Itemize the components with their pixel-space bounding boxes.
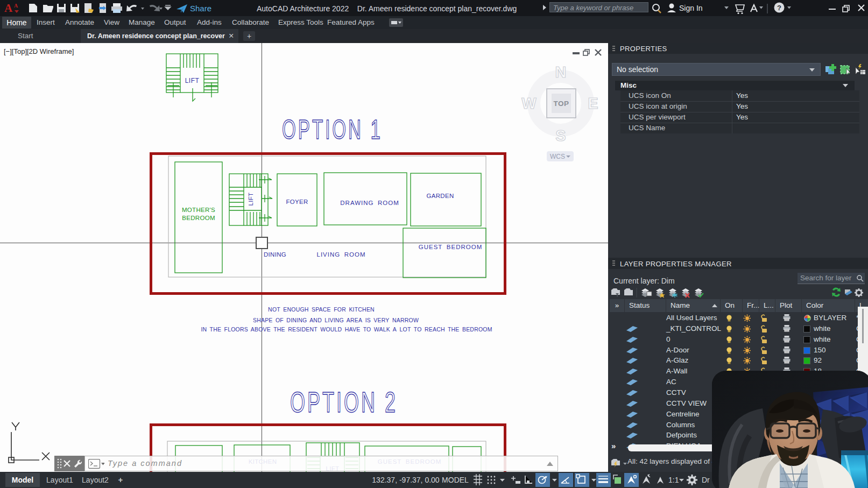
svg-text:LIVING ROOM: LIVING ROOM [317, 251, 366, 258]
svg-text:A: A [4, 2, 13, 15]
svg-text:SHAPE OF DINING AND LIVING: SHAPE OF DINING AND LIVING AREA IS VERY … [253, 317, 419, 323]
svg-text:LIFT: LIFT [248, 193, 254, 206]
svg-text:DINING: DINING [264, 251, 286, 258]
svg-text:Dr: Dr [702, 476, 710, 484]
svg-text:?: ? [777, 4, 781, 12]
svg-text:DRAWING ROOM: DRAWING ROOM [340, 200, 399, 206]
svg-text:BEDROOM: BEDROOM [182, 215, 215, 221]
svg-text:S: S [555, 127, 566, 144]
svg-text:W: W [521, 95, 537, 112]
svg-text:N: N [555, 63, 567, 81]
svg-text:1:1: 1:1 [668, 476, 679, 484]
svg-text:FOYER: FOYER [286, 199, 308, 205]
svg-text:E: E [588, 95, 598, 112]
svg-text:IN THE FLOORS ABOVE THE R: IN THE FLOORS ABOVE THE RESIDENT WOULD H… [201, 326, 492, 333]
svg-text:Share: Share [190, 4, 211, 13]
svg-text:A: A [14, 3, 18, 9]
svg-text:TOP: TOP [553, 100, 569, 108]
svg-text:[−][Top][2D Wireframe]: [−][Top][2D Wireframe] [4, 47, 74, 55]
svg-text:WCS: WCS [550, 153, 565, 160]
svg-text:GUEST BEDROOM: GUEST BEDROOM [419, 244, 483, 250]
svg-text:NOT ENOUGH SPACE FOR KITCH: NOT ENOUGH SPACE FOR KITCHEN [268, 306, 375, 313]
svg-text:OPTION 2: OPTION 2 [290, 386, 398, 418]
svg-text:OPTION 1: OPTION 1 [282, 115, 383, 145]
svg-text:MOTHER'S: MOTHER'S [182, 207, 215, 213]
svg-text:GARDEN: GARDEN [426, 193, 454, 199]
svg-text:LIFT: LIFT [185, 77, 200, 84]
svg-text:Sign In: Sign In [679, 4, 703, 12]
